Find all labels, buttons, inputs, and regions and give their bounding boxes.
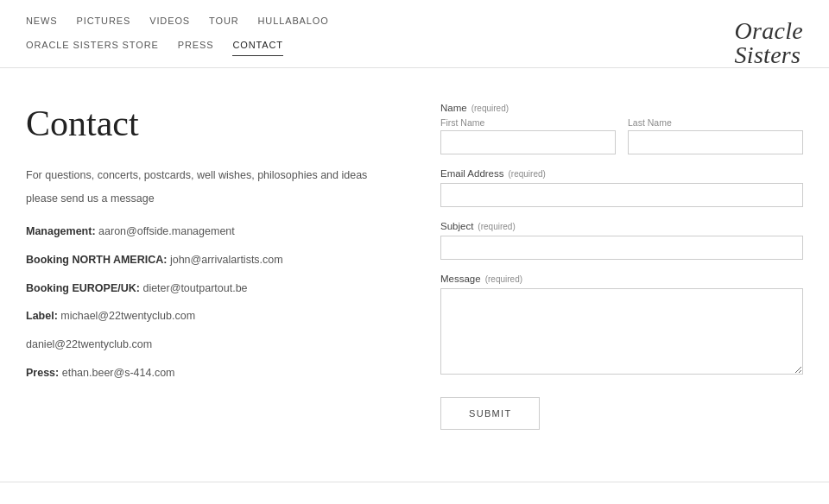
subject-label-row: Subject (required) bbox=[440, 221, 803, 231]
subject-required-tag: (required) bbox=[478, 222, 515, 231]
nav-link-pictures[interactable]: PICTURES bbox=[77, 16, 131, 31]
message-required-tag: (required) bbox=[485, 274, 522, 284]
last-name-label: Last Name bbox=[628, 117, 803, 128]
management-label: Management: bbox=[26, 225, 96, 237]
booking-na-label: Booking NORTH AMERICA: bbox=[26, 254, 167, 266]
contact-form-area: Name (required) First Name Last Name bbox=[440, 103, 803, 430]
email-label-row: Email Address (required) bbox=[440, 168, 803, 179]
name-group: Name (required) First Name Last Name bbox=[440, 103, 803, 154]
first-name-input[interactable] bbox=[440, 130, 616, 154]
subject-label-text: Subject bbox=[440, 221, 473, 231]
name-label-row: Name (required) bbox=[440, 103, 803, 113]
nav-link-tour[interactable]: TOUR bbox=[209, 16, 238, 31]
contact-management: Management: aaron@offside.management bbox=[26, 224, 389, 240]
contact-press: Press: ethan.beer@s-414.com bbox=[26, 365, 389, 381]
nav-link-videos[interactable]: VIDEOS bbox=[149, 16, 190, 31]
contact-booking-eu: Booking EUROPE/UK: dieter@toutpartout.be bbox=[26, 280, 389, 297]
contact-form: Name (required) First Name Last Name bbox=[440, 103, 803, 430]
last-name-group: Last Name bbox=[628, 117, 803, 154]
message-group: Message (required) bbox=[440, 274, 803, 375]
nav-link-contact[interactable]: CONTACT bbox=[232, 40, 283, 56]
message-textarea[interactable] bbox=[440, 288, 803, 375]
site-header: NEWS PICTURES VIDEOS TOUR HULLABALOO ORA… bbox=[0, 0, 829, 68]
message-label-row: Message (required) bbox=[440, 274, 803, 284]
left-column: Contact For questions, concerts, postcar… bbox=[26, 103, 389, 430]
message-label-text: Message bbox=[440, 274, 481, 284]
contact-daniel: daniel@22twentyclub.com bbox=[26, 337, 389, 353]
last-name-input[interactable] bbox=[628, 130, 803, 154]
first-name-label: First Name bbox=[440, 117, 616, 128]
press-label: Press: bbox=[26, 367, 59, 379]
nav-link-hullabaloo[interactable]: HULLABALOO bbox=[258, 16, 329, 31]
booking-na-email: john@arrivalartists.com bbox=[170, 254, 283, 266]
press-email: ethan.beer@s-414.com bbox=[62, 367, 175, 379]
label-label: Label: bbox=[26, 310, 58, 322]
subject-input[interactable] bbox=[440, 236, 803, 260]
name-inputs-row: First Name Last Name bbox=[440, 117, 803, 154]
page-title: Contact bbox=[26, 103, 389, 144]
footer-bar bbox=[0, 482, 829, 482]
email-group: Email Address (required) bbox=[440, 168, 803, 207]
contact-label: Label: michael@22twentyclub.com bbox=[26, 308, 389, 324]
nav-link-store[interactable]: ORACLE SISTERS STORE bbox=[26, 40, 159, 56]
main-nav: NEWS PICTURES VIDEOS TOUR HULLABALOO ORA… bbox=[26, 16, 329, 65]
name-label-text: Name bbox=[440, 103, 467, 113]
logo-text: OracleSisters bbox=[735, 17, 803, 68]
main-content: Contact For questions, concerts, postcar… bbox=[0, 68, 829, 482]
name-required-tag: (required) bbox=[471, 104, 509, 113]
logo: OracleSisters bbox=[735, 16, 803, 67]
booking-eu-email: dieter@toutpartout.be bbox=[142, 282, 247, 294]
daniel-email: daniel@22twentyclub.com bbox=[26, 338, 152, 350]
submit-button[interactable]: SUBMIT bbox=[440, 397, 540, 430]
first-name-group: First Name bbox=[440, 117, 616, 154]
intro-text: For questions, concerts, postcards, well… bbox=[26, 167, 389, 184]
send-message-text: please send us a message bbox=[26, 192, 389, 205]
nav-link-press[interactable]: PRESS bbox=[178, 40, 214, 56]
email-label-text: Email Address bbox=[440, 168, 504, 179]
nav-link-news[interactable]: NEWS bbox=[26, 16, 58, 31]
booking-eu-label: Booking EUROPE/UK: bbox=[26, 282, 140, 294]
nav-row-1: NEWS PICTURES VIDEOS TOUR HULLABALOO bbox=[26, 16, 329, 31]
email-input[interactable] bbox=[440, 183, 803, 207]
nav-row-2: ORACLE SISTERS STORE PRESS CONTACT bbox=[26, 40, 329, 56]
contact-booking-na: Booking NORTH AMERICA: john@arrivalartis… bbox=[26, 252, 389, 268]
label-email: michael@22twentyclub.com bbox=[60, 310, 195, 322]
management-email: aaron@offside.management bbox=[98, 225, 235, 237]
email-required-tag: (required) bbox=[509, 169, 546, 179]
subject-group: Subject (required) bbox=[440, 221, 803, 260]
